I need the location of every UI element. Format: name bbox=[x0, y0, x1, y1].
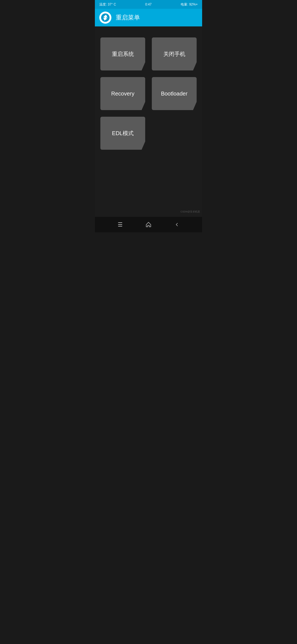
app-title: 重启菜单 bbox=[116, 13, 140, 22]
time-display: 0:47 bbox=[145, 2, 152, 6]
menu-icon: ☰ bbox=[118, 221, 123, 228]
app-bar: 重启菜单 bbox=[95, 9, 202, 26]
shutdown-button[interactable]: 关闭手机 bbox=[152, 37, 197, 70]
nav-menu-button[interactable]: ☰ bbox=[115, 219, 126, 230]
temperature-display: 温度: 37° C bbox=[99, 2, 116, 7]
nav-bar: ☰ bbox=[95, 217, 202, 232]
restart-system-button[interactable]: 重启系统 bbox=[100, 37, 145, 70]
button-row-3: EDL模式 bbox=[100, 117, 197, 150]
main-content: 重启系统 关闭手机 Recovery Bootloader EDL模式 bbox=[95, 26, 202, 217]
button-row-2: Recovery Bootloader bbox=[100, 77, 197, 110]
edl-mode-button[interactable]: EDL模式 bbox=[100, 117, 145, 150]
nav-home-button[interactable] bbox=[143, 219, 154, 230]
battery-display: 电量: 92%+ bbox=[181, 2, 198, 7]
recovery-button[interactable]: Recovery bbox=[100, 77, 145, 110]
watermark: CSDN@安卓机器 bbox=[180, 210, 200, 214]
bootloader-button[interactable]: Bootloader bbox=[152, 77, 197, 110]
button-row-1: 重启系统 关闭手机 bbox=[100, 37, 197, 70]
app-icon bbox=[99, 12, 111, 24]
back-icon bbox=[174, 222, 180, 227]
home-icon bbox=[145, 222, 152, 228]
status-bar: 温度: 37° C 0:47 电量: 92%+ bbox=[95, 0, 202, 9]
nav-back-button[interactable] bbox=[171, 219, 182, 230]
